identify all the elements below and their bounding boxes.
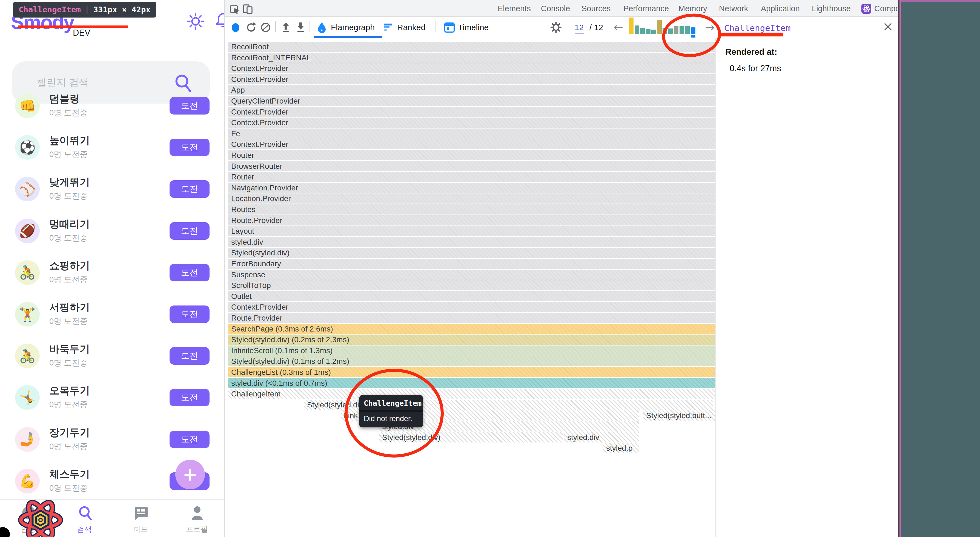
flame-bar[interactable]: Route.Provider <box>228 313 715 323</box>
flame-bar[interactable]: Layout <box>228 226 715 236</box>
flame-bar[interactable]: Router <box>228 150 715 160</box>
pane-divider[interactable] <box>716 38 716 537</box>
flame-bar[interactable]: Context.Provider <box>228 302 715 312</box>
search-nav-icon <box>78 505 92 521</box>
commit-index-input[interactable]: 12 <box>574 21 584 34</box>
tab-application[interactable]: Application <box>761 0 800 17</box>
challenge-list-item[interactable]: 👊 덤블링 0명 도전중 도전 <box>0 85 224 127</box>
export-profile-icon[interactable] <box>295 21 307 33</box>
import-profile-icon[interactable] <box>280 21 292 33</box>
flame-bar[interactable]: RecoilRoot <box>228 41 715 52</box>
flame-bar[interactable]: Routes <box>228 204 715 215</box>
challenge-button[interactable]: 도전 <box>170 264 210 281</box>
challenge-button[interactable]: 도전 <box>170 139 210 156</box>
challenge-list-item[interactable]: 🚴 쇼핑하기 0명 도전중 도전 <box>0 252 224 293</box>
flame-bar[interactable]: Router <box>228 172 715 182</box>
challenge-list-item[interactable]: 🏋️ 서핑하기 0명 도전중 도전 <box>0 293 224 335</box>
nav-item-feed[interactable]: 피드 <box>119 500 162 537</box>
inspect-element-icon[interactable] <box>229 3 240 14</box>
flame-bar[interactable]: QueryClientProvider <box>228 96 715 106</box>
flame-bar[interactable]: Route.Provider <box>228 215 715 225</box>
flame-bar[interactable]: Fe <box>228 129 715 139</box>
flame-bar[interactable]: App <box>228 85 715 95</box>
device-toolbar-icon[interactable] <box>243 3 253 14</box>
flame-bar[interactable]: Context.Provider <box>228 139 715 149</box>
view-ranked[interactable]: Ranked <box>397 17 425 38</box>
flame-bar[interactable]: Styled(styled.butt... <box>643 410 715 421</box>
clear-profile-icon[interactable] <box>260 22 271 33</box>
commit-bar[interactable] <box>657 20 662 34</box>
theme-toggle-sun-icon[interactable] <box>187 13 204 30</box>
tab-lighthouse[interactable]: Lighthouse <box>812 0 851 17</box>
tab-network[interactable]: Network <box>719 0 748 17</box>
flame-bar[interactable]: styled.p <box>603 443 639 453</box>
challenge-list-item[interactable]: 🏈 멍때리기 0명 도전중 도전 <box>0 210 224 252</box>
selected-component-title[interactable]: ChallengeItem <box>724 23 791 33</box>
tab-elements[interactable]: Elements <box>498 0 531 17</box>
challenge-list-item[interactable]: ⚾ 낮게뛰기 0명 도전중 도전 <box>0 168 224 210</box>
flame-bar[interactable]: styled.div <box>228 237 715 247</box>
sidebar-close-icon[interactable] <box>883 21 893 32</box>
flame-bar[interactable]: RecoilRoot_INTERNAL <box>228 53 715 63</box>
challenge-status: 0명 도전중 <box>49 483 88 494</box>
flame-bar[interactable]: Suspense <box>228 269 715 280</box>
feed-icon <box>134 506 148 521</box>
flame-bar[interactable]: ErrorBoundary <box>228 259 715 269</box>
challenge-button[interactable]: 도전 <box>170 222 210 240</box>
flame-bar[interactable]: BrowserRouter <box>228 161 715 171</box>
flame-bar[interactable]: Context.Provider <box>228 63 715 73</box>
tab-sources[interactable]: Sources <box>581 0 611 17</box>
flame-bar[interactable]: Outlet <box>228 291 715 301</box>
tab-console[interactable]: Console <box>541 0 570 17</box>
challenge-button[interactable]: 도전 <box>170 180 210 198</box>
challenge-emoji-circle: 🤳 <box>15 427 40 452</box>
flame-bar[interactable]: ChallengeItem <box>228 389 715 399</box>
challenge-button[interactable]: 도전 <box>170 306 210 323</box>
challenge-name: 장기두기 <box>49 426 90 440</box>
flame-bar[interactable]: Context.Provider <box>228 74 715 84</box>
flame-bar[interactable]: InfiniteScroll (0.1ms of 1.3ms) <box>228 346 715 355</box>
commit-bar[interactable] <box>640 28 645 34</box>
challenge-list-item[interactable]: 🤸 오목두기 0명 도전중 도전 <box>0 377 224 418</box>
record-profile-icon[interactable] <box>231 23 240 32</box>
nav-label: 피드 <box>119 524 162 534</box>
challenge-list-item[interactable]: 🤳 장기두기 0명 도전중 도전 <box>0 419 224 460</box>
flame-bar[interactable]: Location.Provider <box>228 193 715 204</box>
view-flamegraph[interactable]: Flamegraph <box>331 17 375 38</box>
reload-and-profile-icon[interactable] <box>246 22 257 33</box>
challenge-button[interactable]: 도전 <box>170 347 210 365</box>
commit-bar[interactable] <box>635 25 639 34</box>
flame-bar[interactable]: SearchPage (0.3ms of 2.6ms) <box>228 324 715 334</box>
rendered-at-value[interactable]: 0.4s for 27ms <box>730 64 781 73</box>
challenge-button[interactable]: 도전 <box>170 97 210 115</box>
flame-bar[interactable]: ScrollToTop <box>228 280 715 290</box>
element-inspect-tooltip: ChallengeItem | 331px × 42px <box>13 2 156 18</box>
annotation-title-underline <box>721 33 783 37</box>
previous-commit-arrow-icon[interactable]: ← <box>614 17 623 38</box>
tab-performance[interactable]: Performance <box>624 0 669 17</box>
commit-bar[interactable] <box>629 18 633 34</box>
flame-bar[interactable]: Context.Provider <box>228 118 715 127</box>
nav-item-search[interactable]: 검색 <box>62 500 106 537</box>
flame-bar[interactable]: Styled(styled.div) <box>228 248 715 258</box>
challenge-button[interactable]: 도전 <box>170 431 210 448</box>
flame-bar[interactable]: Navigation.Provider <box>228 183 715 193</box>
challenge-list-item[interactable]: ⚽ 높이뛰기 0명 도전중 도전 <box>0 127 224 168</box>
view-timeline[interactable]: Timeline <box>458 17 488 38</box>
nav-item-profile[interactable]: 프로필 <box>175 500 219 537</box>
add-challenge-fab-button[interactable]: + <box>175 460 205 489</box>
challenge-button[interactable]: 도전 <box>170 389 210 406</box>
challenge-list-item[interactable]: 🚴 바둑두기 0명 도전중 도전 <box>0 335 224 377</box>
commit-bar[interactable] <box>651 30 656 34</box>
flame-bar[interactable]: Context.Provider <box>228 107 715 117</box>
commit-bar[interactable] <box>646 29 651 34</box>
flame-bar[interactable]: Styled(styled.div) (0.1ms of 1.2ms) <box>228 356 715 366</box>
flame-bar[interactable]: styled.div (<0.1ms of 0.7ms) <box>228 378 715 388</box>
flame-bar[interactable]: ChallengeList (0.3ms of 1ms) <box>228 367 715 377</box>
rendered-at-label: Rendered at: <box>725 47 777 57</box>
flame-bar[interactable]: Styled(styled.div) (0.2ms of 2.3ms) <box>228 335 715 345</box>
react-components-tab-icon[interactable] <box>861 4 871 14</box>
profiler-settings-gear-icon[interactable] <box>550 22 562 33</box>
flame-bar[interactable]: styled.div <box>564 432 639 443</box>
flamegraph-canvas[interactable]: RecoilRootRecoilRoot_INTERNALContext.Pro… <box>228 41 715 486</box>
